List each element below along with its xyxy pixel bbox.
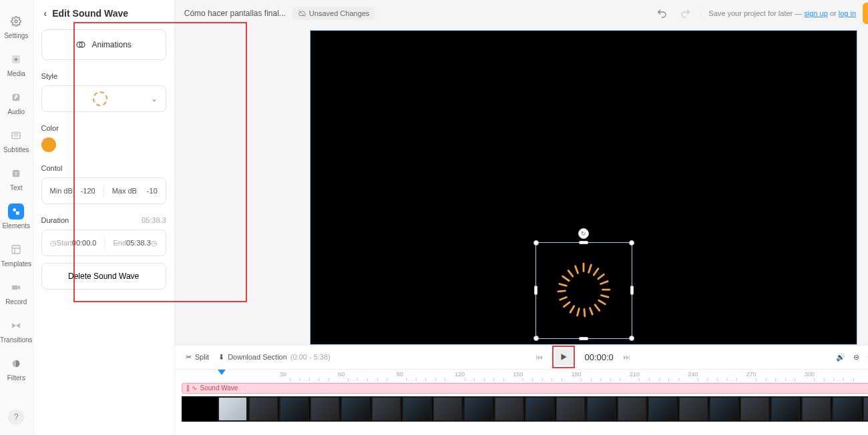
sound-wave-visual [552, 259, 616, 322]
main-area: Cómo hacer pantallas final... Unsaved Ch… [175, 0, 868, 435]
svg-rect-7 [16, 211, 19, 215]
templates-icon [8, 242, 24, 258]
start-field[interactable]: ◷ Start 00:00.0 [42, 239, 105, 248]
nav-text[interactable]: TText [8, 165, 24, 191]
color-label: Color [41, 124, 166, 132]
gear-icon [8, 13, 24, 29]
svg-line-26 [564, 302, 570, 307]
animations-button[interactable]: Animations [41, 29, 166, 60]
svg-point-0 [15, 20, 17, 23]
resize-handle-sw[interactable] [533, 336, 539, 341]
video-clip-start[interactable] [182, 396, 218, 422]
back-icon[interactable]: ‹ [44, 8, 47, 19]
split-label: Split [195, 353, 209, 361]
video-thumbnail[interactable] [740, 396, 771, 422]
play-button[interactable] [555, 348, 572, 366]
video-thumbnail[interactable] [801, 396, 832, 422]
panel-header: ‹ Edit Sound Wave [33, 8, 174, 24]
nav-templates[interactable]: Templates [1, 242, 31, 268]
video-thumbnail[interactable] [279, 396, 310, 422]
timeline-ruler[interactable]: 306090120150180210240270300 [175, 370, 868, 383]
redo-button[interactable] [677, 5, 694, 22]
video-thumbnail[interactable] [494, 396, 525, 422]
svg-rect-3 [12, 132, 20, 138]
end-field[interactable]: End 05:38.3 ◷ [105, 239, 165, 248]
nav-elements[interactable]: Elements [2, 203, 30, 230]
nav-audio[interactable]: Audio [7, 89, 25, 115]
rotate-handle[interactable]: ↻ [578, 228, 589, 239]
nav-label: Settings [4, 32, 28, 39]
selection-box[interactable]: ↻ [535, 242, 632, 339]
rewind-button[interactable]: ⏮ [535, 353, 543, 361]
nav-filters[interactable]: Filters [7, 356, 25, 382]
svg-line-14 [589, 265, 592, 272]
video-thumbnail[interactable] [771, 396, 801, 422]
zoom-out-button[interactable]: ⊖ [853, 353, 859, 362]
nav-settings[interactable]: Settings [4, 13, 28, 39]
split-button[interactable]: ✂ Split [186, 353, 209, 362]
playhead[interactable] [218, 370, 226, 375]
volume-icon[interactable]: 🔊 [836, 353, 845, 362]
sound-wave-track[interactable]: ‖ ∿ Sound Wave [182, 383, 868, 394]
resize-handle-se[interactable] [629, 336, 634, 341]
resize-handle-s[interactable] [579, 337, 588, 340]
video-track[interactable] [182, 396, 868, 422]
svg-line-24 [578, 309, 580, 316]
video-thumbnail[interactable] [648, 396, 678, 422]
topbar: Cómo hacer pantallas final... Unsaved Ch… [175, 0, 868, 27]
nav-label: Record [5, 298, 27, 306]
style-select[interactable]: ⌄ [41, 85, 166, 112]
undo-button[interactable] [653, 5, 670, 22]
ruler-tick: 240 [688, 371, 698, 378]
video-thumbnail[interactable] [709, 396, 740, 422]
help-button[interactable]: ? [8, 409, 24, 425]
start-label: Start [57, 239, 72, 247]
video-thumbnail[interactable] [617, 396, 648, 422]
forward-button[interactable]: ⏭ [623, 353, 630, 361]
video-thumbnail[interactable] [832, 396, 863, 422]
resize-handle-e[interactable] [630, 286, 634, 295]
nav-subtitles[interactable]: Subtitles [3, 127, 29, 153]
video-thumbnail[interactable] [463, 396, 494, 422]
save-text: Save your project for later — sign up or… [708, 9, 856, 17]
video-thumbnail[interactable] [678, 396, 709, 422]
svg-line-29 [560, 284, 566, 286]
max-db-field[interactable]: Max dB -10 [104, 187, 166, 195]
clock-icon: ◷ [50, 239, 57, 248]
video-thumbnail[interactable] [586, 396, 617, 422]
resize-handle-ne[interactable] [629, 240, 634, 246]
nav-transitions[interactable]: Transitions [0, 318, 33, 344]
timeline[interactable]: 306090120150180210240270300 ‖ ∿ Sound Wa… [175, 369, 868, 435]
video-thumbnail[interactable] [310, 396, 341, 422]
video-thumbnail[interactable] [218, 396, 248, 422]
subtitles-icon [8, 127, 24, 143]
left-nav: Settings Media Audio Subtitles TText Ele… [0, 0, 33, 435]
video-thumbnail[interactable] [248, 396, 279, 422]
ruler-tick: 60 [338, 371, 345, 378]
video-thumbnail[interactable] [341, 396, 371, 422]
download-section-button[interactable]: ⬇ Download Section(0:00 - 5:38) [218, 353, 331, 362]
upgrade-button[interactable]: Upgrade ⚡ [863, 3, 868, 24]
resize-handle-n[interactable] [579, 241, 588, 244]
video-thumbnail[interactable] [556, 396, 586, 422]
resize-handle-w[interactable] [534, 286, 537, 295]
delete-sound-wave-button[interactable]: Delete Sound Wave [41, 263, 166, 290]
video-thumbnail[interactable] [402, 396, 433, 422]
color-picker[interactable] [41, 137, 56, 152]
signup-link[interactable]: sign up [804, 9, 827, 17]
video-thumbnail[interactable] [863, 396, 868, 422]
video-thumbnail[interactable] [525, 396, 556, 422]
resize-handle-nw[interactable] [533, 240, 539, 246]
video-thumbnail[interactable] [433, 396, 463, 422]
nav-media[interactable]: Media [7, 51, 25, 77]
filters-icon [8, 356, 24, 372]
project-title[interactable]: Cómo hacer pantallas final... [184, 9, 286, 18]
svg-point-6 [13, 208, 17, 211]
login-link[interactable]: log in [839, 9, 856, 17]
max-db-value: -10 [147, 187, 158, 195]
min-db-field[interactable]: Min dB -120 [42, 187, 103, 195]
video-canvas[interactable]: ↻ [310, 30, 857, 345]
animations-label: Animations [91, 40, 131, 49]
video-thumbnail[interactable] [371, 396, 402, 422]
nav-record[interactable]: Record [5, 280, 27, 306]
